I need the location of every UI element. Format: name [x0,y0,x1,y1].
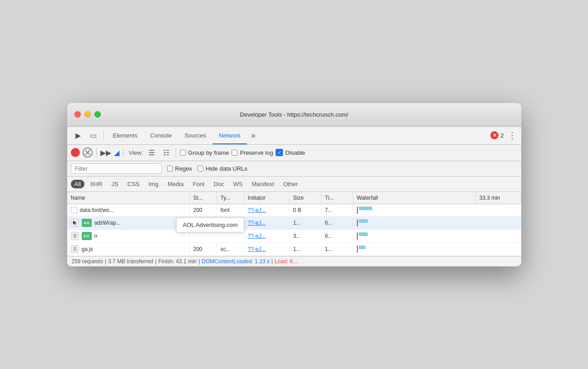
tab-elements[interactable]: Elements [107,126,144,144]
clear-button[interactable] [83,148,93,157]
cell-waterfall-3 [353,243,476,255]
waterfall-line-1 [357,219,358,226]
row-icon-3: ☰ [71,245,79,253]
cell-extra-2 [476,234,521,238]
sep4: | [272,258,273,265]
type-filter-js[interactable]: JS [108,180,122,188]
window-title: Developer Tools - https://techcrunch.com… [240,111,348,118]
preserve-log-checkbox[interactable] [232,150,237,156]
filter-input[interactable] [71,163,162,174]
sep2: | [155,258,156,265]
type-filter-css[interactable]: CSS [124,180,143,188]
col-header-name[interactable]: Name [67,192,190,204]
cell-time-3: 1... [321,244,353,255]
cell-name-0: data:font/wo... [67,205,190,216]
table-row[interactable]: AA adsWrap... 200 sc... ??-eJ... 1... 6.… [67,216,521,230]
title-bar: Developer Tools - https://techcrunch.com… [67,103,521,127]
preserve-log-label[interactable]: Preserve log [232,149,273,156]
col-header-initiator[interactable]: Initiator [244,192,290,204]
finish-time: Finish: 43.1 min [158,258,197,265]
table-row[interactable]: data:font/wo... 200 font ??-eJ... 0 B 7.… [67,204,521,216]
hide-data-urls-label[interactable]: Hide data URLs [198,165,247,172]
col-header-time[interactable]: Ti... [321,192,353,204]
type-filter-media[interactable]: Media [164,180,187,188]
cell-name-3: ☰ ga.js [67,243,190,256]
type-filter-ws[interactable]: WS [230,180,247,188]
filter-bar: Regex Hide data URLs [67,161,521,177]
network-toolbar: ▶▶ ◢ View: ☰ ☷ Group by frame Preserve l… [67,145,521,161]
type-filter-xhr[interactable]: XHR [86,180,106,188]
col-header-size[interactable]: Size [290,192,321,204]
network-table: Name St... Ty... Initiator Size Ti... Wa… [67,192,521,256]
cell-status-0: 200 [190,205,217,216]
type-filter-img[interactable]: Img [145,180,162,188]
tabs-container: Elements Console Sources Network » [107,126,490,144]
transferred-size: 3.7 MB transferred [108,258,153,265]
cell-time-1: 6... [321,217,353,228]
view-grid-button[interactable]: ☷ [160,148,172,157]
close-button[interactable] [74,111,81,118]
cell-initiator-2[interactable]: ??-eJ... [244,231,290,241]
cell-waterfall-0 [353,204,476,216]
col-header-type[interactable]: Ty... [217,192,244,204]
waterfall-line-0 [357,207,358,214]
table-row[interactable]: ☰ AA n ??-eJ... 3... 6... [67,230,521,243]
disable-cache-checkbox-checked: ✓ [276,149,283,156]
group-by-frame-label[interactable]: Group by frame [180,149,229,156]
cell-status-2 [190,234,217,238]
regex-label[interactable]: Regex [167,165,193,172]
row-icon-2: ☰ [71,232,79,240]
cell-size-0: 0 B [290,205,321,216]
cell-initiator-0[interactable]: ??-eJ... [244,205,290,216]
cell-initiator-1[interactable]: ??-eJ... [244,217,290,228]
aa-badge-1: AA [82,219,92,227]
cell-status-3: 200 [190,244,217,255]
tab-overflow-button[interactable]: » [247,129,260,142]
type-filter-other[interactable]: Other [280,180,302,188]
tab-network[interactable]: Network [212,126,247,144]
error-close-icon: ✕ [490,131,499,139]
load-time: Load: 6... [275,258,297,265]
cell-extra-0 [476,208,521,212]
view-list-button[interactable]: ☰ [146,148,158,157]
table-row[interactable]: ☰ ga.js 200 sc... ??-eJ... 1... 1... [67,243,521,256]
type-filter-bar: All XHR JS CSS Img Media Font Doc WS Man… [67,177,521,192]
screenshot-button[interactable]: ▶▶ [100,148,111,157]
hide-data-urls-checkbox[interactable] [198,166,203,172]
waterfall-bar-2 [359,232,368,236]
cell-waterfall-1 [353,217,476,229]
cell-size-3: 1... [290,244,321,255]
type-filter-doc[interactable]: Doc [210,180,227,188]
cell-type-0: font [217,205,244,216]
filter-button[interactable]: ◢ [114,148,119,157]
group-by-frame-checkbox[interactable] [180,150,186,156]
requests-count: 259 requests [72,258,103,265]
cursor-tool-button[interactable]: ▶ [71,129,85,142]
disable-cache-label[interactable]: ✓ Disable [276,149,305,156]
cell-waterfall-2 [353,230,476,242]
view-label: View: [129,149,143,156]
col-header-waterfall[interactable]: Waterfall [353,192,476,204]
minimize-button[interactable] [84,111,91,118]
regex-checkbox[interactable] [167,166,173,172]
type-filter-font[interactable]: Font [189,180,208,188]
tab-sources[interactable]: Sources [178,126,212,144]
more-options-button[interactable]: ⋮ [507,130,518,141]
col-header-waterfall-time[interactable]: 33.3 min [476,192,521,204]
network-separator-1 [96,148,97,157]
maximize-button[interactable] [94,111,101,118]
inspect-button[interactable]: ▭ [86,129,101,142]
tab-console[interactable]: Console [144,126,178,144]
toolbar-right: ✕ 2 ⋮ [490,130,517,141]
record-button[interactable] [71,148,80,157]
row-checkbox-0[interactable] [71,207,77,213]
tooltip: AOL Advertising.com [176,217,245,232]
cell-name-2: ☰ AA n [67,230,190,242]
col-header-status[interactable]: St... [190,192,217,204]
cell-initiator-3[interactable]: ??-eJ... [244,244,290,255]
waterfall-line-3 [357,246,358,253]
waterfall-bar-1 [359,219,368,223]
cell-time-2: 6... [321,231,353,241]
type-filter-manifest[interactable]: Manifest [248,180,278,188]
type-filter-all[interactable]: All [71,180,84,188]
